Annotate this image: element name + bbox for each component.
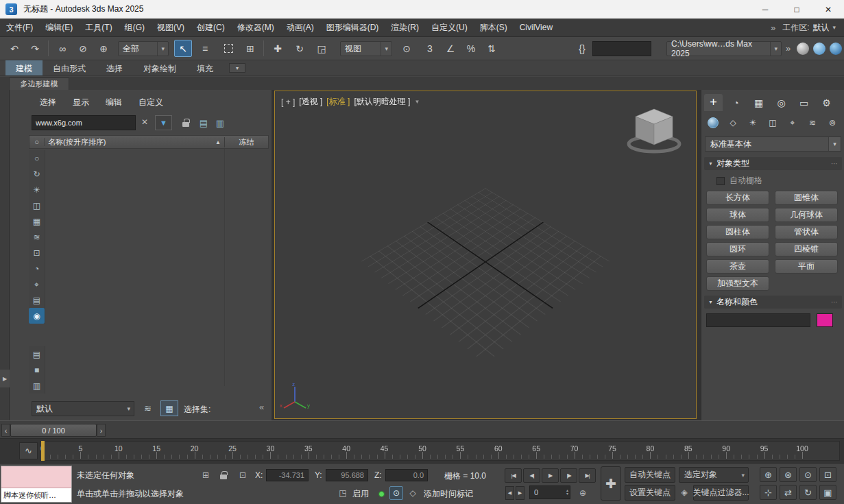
menu-scripting[interactable]: 脚本(S) [474,19,514,37]
select-and-link-icon[interactable]: ∞ [53,40,71,57]
explorer-filter-icon[interactable]: ▦ [29,213,45,229]
minimize-button[interactable]: ─ [749,0,781,19]
name-color-rollout-header[interactable]: ▼ 名称和颜色 ⋯ [704,296,842,309]
explorer-menu-customize[interactable]: 自定义 [138,97,163,108]
z-coord-field[interactable]: 0.0 [385,469,428,481]
clear-search-icon[interactable]: ✕ [141,117,148,127]
ribbon-tab-object-paint[interactable]: 对象绘制 [133,60,186,75]
selection-lock-icon[interactable] [217,468,230,482]
explorer-lock-icon[interactable] [178,115,193,130]
menu-edit[interactable]: 编辑(E) [39,19,79,37]
explorer-filter-icon[interactable]: ■ [29,362,45,378]
absolute-mode-icon[interactable]: ⊡ [236,468,250,482]
angle-snap-icon[interactable]: ∠ [442,40,459,57]
explorer-menu-select[interactable]: 选择 [40,97,56,108]
primitive-category-dropdown[interactable]: 标准基本体 ▾ [705,136,841,152]
key-filters-button[interactable]: 关键点过滤器... [693,485,749,501]
expand-panel-icon[interactable]: ▶ [0,370,10,387]
collapse-panel-icon[interactable]: « [259,402,264,412]
pan-icon[interactable]: ⊹ [760,485,777,500]
ribbon-tab-modeling[interactable]: 建模 [5,60,43,75]
space-warps-category-icon[interactable]: ≋ [804,115,821,131]
modify-tab-icon[interactable]: ◔ [727,94,745,111]
tube-button[interactable]: 管状体 [775,225,838,239]
explorer-filter-icon[interactable]: ▤ [29,292,45,308]
spinner-snap-icon[interactable]: ⇅ [483,40,501,57]
listener-macro-pane[interactable] [1,466,71,488]
zoom-extents-icon[interactable]: ⊙ [799,467,817,482]
maximize-viewport-icon[interactable]: ▣ [819,485,836,500]
teapot-button[interactable]: 茶壶 [706,259,769,274]
explorer-menu-edit[interactable]: 编辑 [106,97,122,108]
use-pivot-center-icon[interactable]: ⊙ [398,40,415,57]
box-button[interactable]: 长方体 [706,191,769,205]
next-frame-icon[interactable]: |▶ [560,468,577,483]
search-filter-funnel-icon[interactable]: ▼ [155,115,172,130]
explorer-filter-icon[interactable]: ▥ [29,378,45,394]
y-coord-field[interactable]: 95.688 [326,469,368,481]
explorer-filter-icon[interactable]: ▤ [29,346,45,362]
play-animation-icon[interactable]: ▶ [542,468,559,483]
time-slider-handle[interactable]: 0 / 100 [10,424,97,437]
menu-rendering[interactable]: 渲染(R) [385,19,425,37]
viewport-shading-menu[interactable]: [默认明暗处理 ] [354,96,410,108]
spin-down-icon[interactable]: ▾ [566,492,568,496]
explorer-filter-icon[interactable]: ◉ [29,308,45,324]
mini-curve-editor-icon[interactable]: ∿ [19,442,38,459]
snaps-toggle-icon[interactable]: 3 [421,40,439,57]
previous-frame-arrow-icon[interactable]: ‹ [1,424,10,437]
previous-frame-icon[interactable]: ◀| [523,468,540,483]
redo-icon[interactable]: ↷ [26,40,44,57]
project-folder-dropdown[interactable]: C:\Users\ww…ds Max 2025 ▾ [666,41,782,56]
select-and-rotate-icon[interactable]: ↻ [291,40,309,57]
display-tab-icon[interactable]: ▭ [795,94,813,111]
undo-icon[interactable]: ↶ [5,40,23,57]
cone-button[interactable]: 圆锥体 [775,191,838,205]
current-frame-marker[interactable] [41,441,45,461]
geosphere-button[interactable]: 几何球体 [775,208,838,222]
close-button[interactable]: ✕ [812,0,844,19]
helpers-category-icon[interactable]: ⌖ [784,115,801,131]
window-crossing-icon[interactable]: ⊞ [241,40,259,57]
viewport-pov-menu[interactable]: [透视 ] [299,96,322,108]
set-keys-big-button[interactable]: ✚ [601,466,621,501]
previous-key-icon[interactable]: ◀ [505,486,514,500]
menu-create[interactable]: 创建(C) [191,19,231,37]
zoom-region-icon[interactable]: ⊡ [819,467,836,482]
rendered-frame-window-icon[interactable] [813,43,825,55]
create-tab-icon[interactable]: + [704,94,723,111]
cylinder-button[interactable]: 圆柱体 [706,225,769,239]
selection-set-dropdown[interactable]: 选定对象 ▾ [679,467,749,483]
menubar-overflow-icon[interactable]: » [764,23,782,33]
ribbon-tab-populate[interactable]: 填充 [186,60,224,75]
select-object-icon[interactable]: ↖ [174,40,192,57]
menu-graph-editors[interactable]: 图形编辑器(D) [320,19,385,37]
sphere-button[interactable]: 球体 [706,208,769,222]
object-color-swatch[interactable] [817,313,833,327]
explorer-detail-view-icon[interactable]: ▥ [213,115,228,130]
current-frame-field[interactable]: 0 ▴ ▾ [529,485,570,499]
viewport-style-menu[interactable]: [标准 ] [326,96,350,108]
time-slider[interactable]: ‹ 0 / 100 › [0,420,844,439]
menu-file[interactable]: 文件(F) [0,19,39,37]
menu-views[interactable]: 视图(V) [151,19,191,37]
explorer-list-view-icon[interactable]: ▤ [196,115,211,130]
ribbon-panel-polygon-modeling[interactable]: 多边形建模 [9,77,69,90]
workspace-dropdown-arrow-icon[interactable]: ▾ [832,24,836,31]
app-icon[interactable]: 3 [5,3,17,15]
systems-category-icon[interactable]: ⊚ [823,115,841,131]
geometry-category-icon[interactable] [704,115,722,131]
adaptive-degradation-icon[interactable]: ◳ [336,486,350,500]
menu-modifiers[interactable]: 修改器(M) [231,19,280,37]
explorer-filter-icon[interactable]: ↻ [29,166,45,182]
object-name-input[interactable] [706,313,810,327]
workspace-selector[interactable]: 默认 [809,22,832,34]
cameras-category-icon[interactable]: ◫ [764,115,782,131]
auto-key-button[interactable]: 自动关键点 [625,467,675,483]
key-filter-icon[interactable]: ◈ [677,485,691,499]
viewport[interactable]: [ + ] [透视 ] [标准 ] [默认明暗处理 ] ▼ [274,91,697,419]
view-cube[interactable] [623,105,685,158]
menu-animation[interactable]: 动画(A) [280,19,320,37]
viewport-general-menu[interactable]: [ + ] [281,97,295,107]
selection-set-grid-icon[interactable]: ▦ [160,400,178,416]
